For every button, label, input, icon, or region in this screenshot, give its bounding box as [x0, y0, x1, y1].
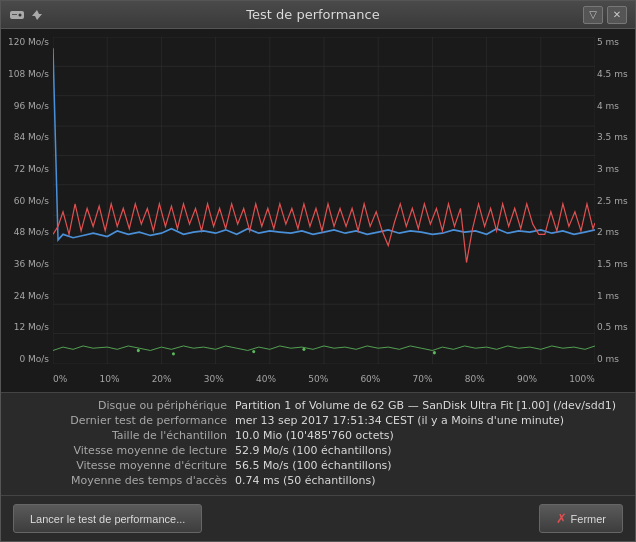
chart-container: 0 Mo/s 12 Mo/s 24 Mo/s 36 Mo/s 48 Mo/s 6…	[53, 37, 595, 364]
main-window: Test de performance ▽ ✕ 0 Mo/s 12 Mo/s 2…	[0, 0, 636, 542]
device-row: Disque ou périphérique Partition 1 of Vo…	[17, 399, 619, 412]
sample-size-value: 10.0 Mio (10'485'760 octets)	[235, 429, 394, 442]
svg-point-28	[252, 350, 255, 353]
svg-point-26	[137, 349, 140, 352]
minimize-button[interactable]: ▽	[583, 6, 603, 24]
last-test-label: Dernier test de performance	[17, 414, 227, 427]
x-axis: 0% 10% 20% 30% 40% 50% 60% 70% 80% 90% 1…	[53, 374, 595, 384]
device-value: Partition 1 of Volume de 62 GB — SanDisk…	[235, 399, 616, 412]
write-speed-label: Vitesse moyenne d'écriture	[17, 459, 227, 472]
y-axis-right: 0 ms 0.5 ms 1 ms 1.5 ms 2 ms 2.5 ms 3 ms…	[597, 37, 631, 364]
access-time-label: Moyenne des temps d'accès	[17, 474, 227, 487]
read-speed-value: 52.9 Mo/s (100 échantillons)	[235, 444, 392, 457]
titlebar-right: ▽ ✕	[583, 6, 627, 24]
titlebar-left	[9, 7, 43, 23]
access-time-value: 0.74 ms (50 échantillons)	[235, 474, 375, 487]
access-time-row: Moyenne des temps d'accès 0.74 ms (50 éc…	[17, 474, 619, 487]
sample-size-label: Taille de l'échantillon	[17, 429, 227, 442]
chart-area: 0 Mo/s 12 Mo/s 24 Mo/s 36 Mo/s 48 Mo/s 6…	[1, 29, 635, 392]
device-label: Disque ou périphérique	[17, 399, 227, 412]
launch-test-button[interactable]: Lancer le test de performance...	[13, 504, 202, 533]
sample-size-row: Taille de l'échantillon 10.0 Mio (10'485…	[17, 429, 619, 442]
close-icon: ✗	[556, 511, 567, 526]
svg-rect-2	[12, 14, 17, 15]
svg-point-30	[433, 351, 436, 354]
write-speed-row: Vitesse moyenne d'écriture 56.5 Mo/s (10…	[17, 459, 619, 472]
info-area: Disque ou périphérique Partition 1 of Vo…	[1, 392, 635, 495]
y-axis-left: 0 Mo/s 12 Mo/s 24 Mo/s 36 Mo/s 48 Mo/s 6…	[5, 37, 49, 364]
app-icon	[9, 7, 25, 23]
svg-point-27	[172, 352, 175, 355]
last-test-row: Dernier test de performance mer 13 sep 2…	[17, 414, 619, 427]
footer: Lancer le test de performance... ✗ Ferme…	[1, 495, 635, 541]
performance-chart	[53, 37, 595, 364]
pin-icon	[31, 9, 43, 21]
svg-point-29	[302, 348, 305, 351]
titlebar-title: Test de performance	[43, 7, 583, 22]
close-label: Fermer	[571, 513, 606, 525]
svg-point-1	[19, 13, 22, 16]
write-speed-value: 56.5 Mo/s (100 échantillons)	[235, 459, 392, 472]
last-test-value: mer 13 sep 2017 17:51:34 CEST (il y a Mo…	[235, 414, 564, 427]
titlebar: Test de performance ▽ ✕	[1, 1, 635, 29]
close-button[interactable]: ✗ Fermer	[539, 504, 623, 533]
read-speed-row: Vitesse moyenne de lecture 52.9 Mo/s (10…	[17, 444, 619, 457]
read-speed-label: Vitesse moyenne de lecture	[17, 444, 227, 457]
close-button[interactable]: ✕	[607, 6, 627, 24]
